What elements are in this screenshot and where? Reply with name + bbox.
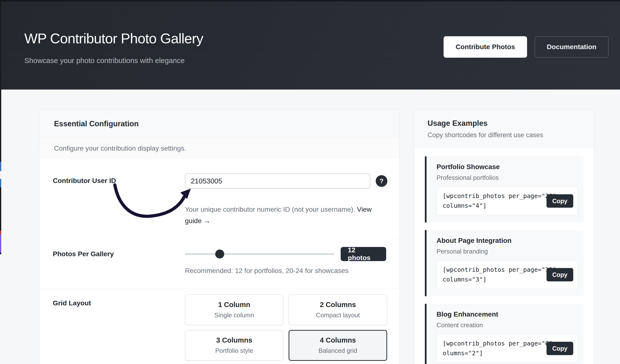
grid-option-title: 1 Column	[218, 301, 250, 309]
example-subtitle: Content creation	[436, 321, 578, 329]
example-subtitle: Personal branding	[436, 248, 578, 255]
page-subtitle: Showcase your photo contributions with e…	[24, 57, 185, 65]
config-card-title: Essential Configuration	[54, 120, 139, 128]
content-area: Essential Configuration Configure your c…	[39, 109, 594, 364]
contributor-id-control: ? Your unique contributor numeric ID (no…	[185, 173, 388, 239]
example-blog-enhancement: Blog Enhancement Content creation [wpcon…	[425, 304, 584, 364]
grid-option-3-columns[interactable]: 3 Columns Portfolio style	[185, 330, 283, 361]
photos-per-gallery-control: 12 photos Recommended: 12 for portfolios…	[185, 247, 386, 275]
config-card-header: Essential Configuration	[39, 110, 400, 138]
header-actions: Contribute Photos Documentation	[444, 36, 609, 58]
slider-thumb[interactable]	[215, 250, 224, 259]
contributor-id-row: Contributor User ID ? Your unique contri…	[39, 159, 400, 239]
grid-option-subtitle: Balanced grid	[319, 347, 357, 354]
photos-slider[interactable]	[185, 253, 334, 255]
app-window: WP Contributor Photo Gallery Showcase yo…	[0, 0, 620, 364]
contribute-photos-button[interactable]: Contribute Photos	[444, 36, 527, 58]
photos-count-badge: 12 photos	[341, 247, 386, 261]
grid-option-title: 2 Columns	[320, 301, 356, 309]
grid-layout-row: Grid Layout 1 Column Single column 2 Col…	[39, 288, 400, 364]
contributor-id-label: Contributor User ID	[53, 177, 185, 239]
grid-layout-options: 1 Column Single column 2 Columns Compact…	[185, 294, 387, 361]
essential-configuration-card: Essential Configuration Configure your c…	[39, 109, 400, 364]
edge-icon-purple	[0, 235, 1, 253]
shortcode-box: [wpcontrib_photos per_page="6" columns="…	[436, 334, 578, 363]
config-card-description: Configure your contribution display sett…	[39, 138, 400, 159]
example-subtitle: Professional portfolios	[436, 174, 578, 182]
usage-examples-subtitle: Copy shortcodes for different use cases	[428, 131, 580, 139]
hero-header: WP Contributor Photo Gallery Showcase yo…	[0, 1, 620, 90]
shortcode-box: [wpcontrib_photos per_page="12" columns=…	[436, 260, 578, 289]
copy-button[interactable]: Copy	[546, 342, 574, 355]
example-title: Portfolio Showcase	[436, 163, 578, 171]
usage-examples-header: Usage Examples Copy shortcodes for diffe…	[414, 110, 594, 148]
grid-layout-label: Grid Layout	[53, 299, 185, 361]
example-title: About Page Integration	[436, 237, 578, 244]
grid-option-4-columns[interactable]: 4 Columns Balanced grid	[289, 330, 387, 361]
grid-option-title: 4 Columns	[320, 336, 356, 344]
edge-app-strip	[0, 0, 1, 254]
shortcode-text: [wpcontrib_photos per_page="12" columns=…	[443, 265, 560, 284]
example-portfolio-showcase: Portfolio Showcase Professional portfoli…	[425, 156, 584, 223]
copy-button[interactable]: Copy	[546, 194, 574, 208]
top-black-bar	[0, 0, 620, 1]
edge-icon-red	[0, 231, 1, 235]
grid-option-1-column[interactable]: 1 Column Single column	[185, 294, 283, 325]
usage-examples-card: Usage Examples Copy shortcodes for diffe…	[414, 109, 594, 364]
photos-recommendation-text: Recommended: 12 for portfolios, 20-24 fo…	[185, 267, 386, 275]
contributor-id-hint: Your unique contributor numeric ID (not …	[185, 204, 380, 227]
contributor-id-input[interactable]	[185, 173, 370, 189]
shortcode-text: [wpcontrib_photos per_page="20" columns=…	[443, 191, 560, 211]
contributor-id-hint-text: Your unique contributor numeric ID (not …	[185, 206, 355, 213]
grid-option-subtitle: Compact layout	[316, 311, 360, 319]
usage-examples-title: Usage Examples	[428, 119, 580, 128]
shortcode-text: [wpcontrib_photos per_page="6" columns="…	[443, 339, 560, 358]
grid-option-title: 3 Columns	[216, 336, 252, 344]
help-icon[interactable]: ?	[376, 175, 388, 187]
shortcode-box: [wpcontrib_photos per_page="20" columns=…	[436, 187, 578, 215]
documentation-button[interactable]: Documentation	[535, 36, 609, 58]
photos-per-gallery-label: Photos Per Gallery	[53, 250, 185, 275]
edge-icon-white	[0, 171, 1, 179]
grid-option-subtitle: Portfolio style	[215, 347, 253, 354]
photos-per-gallery-row: Photos Per Gallery 12 photos Recommended…	[39, 239, 400, 288]
page-title: WP Contributor Photo Gallery	[24, 30, 203, 46]
grid-option-subtitle: Single column	[214, 311, 254, 319]
usage-examples-body: Portfolio Showcase Professional portfoli…	[414, 148, 594, 364]
copy-button[interactable]: Copy	[546, 268, 574, 282]
example-title: Blog Enhancement	[436, 310, 578, 318]
grid-option-2-columns[interactable]: 2 Columns Compact layout	[289, 294, 387, 325]
example-about-page-integration: About Page Integration Personal branding…	[425, 230, 584, 296]
